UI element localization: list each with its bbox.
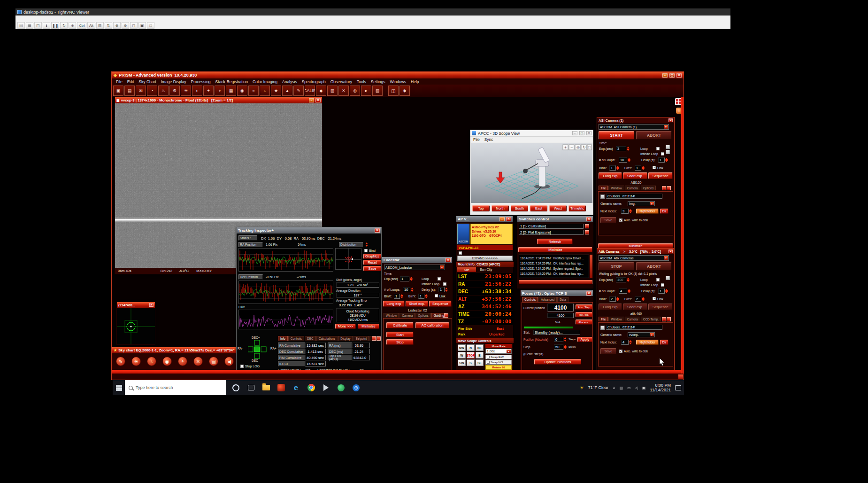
atik-tab[interactable]: Window: [608, 317, 624, 321]
green-app-icon[interactable]: [337, 383, 346, 392]
prism-menu-item[interactable]: Help: [408, 79, 421, 84]
image-window-titlebar[interactable]: ▦ vvcep-3 | 1374x1099 - Monochrome - Flo…: [115, 97, 322, 103]
prism-hscrollbar[interactable]: [112, 370, 681, 374]
focus-tab[interactable]: Controls: [522, 297, 538, 302]
stop-log-checkbox[interactable]: [240, 365, 244, 368]
lodestar-tab[interactable]: Options: [415, 313, 430, 318]
task-view-icon[interactable]: [246, 383, 255, 392]
prism-maximize-button[interactable]: ▢: [669, 73, 675, 78]
switch-name[interactable]: 2 [2- Flat Exposure]: [519, 230, 584, 235]
skychart-toolbar-icon[interactable]: ⌖: [178, 357, 187, 366]
lodestar-tab[interactable]: Camera: [399, 313, 415, 318]
prism-toolbar-icon[interactable]: ◎: [350, 86, 360, 96]
apcc-menu-item[interactable]: Sync: [484, 137, 493, 142]
lodestar-titlebar[interactable]: Lodestar ✕: [382, 257, 452, 263]
prism-toolbar-icon[interactable]: ⚙: [169, 86, 180, 96]
atik-generic-name-dropdown[interactable]: vvcep-: [628, 332, 655, 337]
apcc-3d-viewport[interactable]: +−◎↻□: [471, 143, 592, 203]
move-pad-button[interactable]: STOP: [467, 352, 475, 358]
prism-menu-item[interactable]: Windows: [388, 79, 408, 84]
atik-short-exp-button[interactable]: Short exp.: [623, 304, 647, 310]
tracking-tab[interactable]: Display: [338, 336, 353, 341]
vnc-toolbar-icon[interactable]: □: [147, 22, 154, 29]
asi-loops-spinner[interactable]: [628, 157, 631, 162]
action-center-icon[interactable]: [675, 385, 681, 390]
abs-step-button[interactable]: Abs. Step: [576, 304, 592, 310]
apcc-view-button[interactable]: North: [492, 205, 509, 211]
apcc-close-button[interactable]: ✕: [586, 131, 591, 135]
atik-biny-input[interactable]: 2: [635, 296, 641, 302]
abs-enc-button[interactable]: Abs enc.: [576, 319, 592, 325]
lodestar-link-checkbox[interactable]: [435, 294, 438, 297]
atik-infloop-checkbox[interactable]: [661, 283, 664, 287]
reset-button[interactable]: Reset: [363, 260, 381, 265]
lodestar-tab[interactable]: Window: [384, 313, 399, 318]
lodestar-exp-spinner[interactable]: [410, 276, 414, 281]
apcc-view-button[interactable]: East: [530, 205, 547, 211]
tray-lang-icon[interactable]: ▣: [642, 386, 646, 390]
asi-loop-checkbox[interactable]: [656, 147, 660, 150]
prism-toolbar-icon[interactable]: ▥: [327, 86, 338, 96]
asi-exp-spinner[interactable]: [627, 146, 630, 151]
move-rate-dropdown[interactable]: 1.00x: [485, 349, 512, 354]
tabs-left-arrow-icon[interactable]: [372, 336, 376, 341]
lodestar-delay-spinner[interactable]: [445, 287, 449, 292]
vnc-titlebar[interactable]: desktop-risdso2 - TightVNC Viewer: [15, 8, 730, 16]
prism-menu-item[interactable]: Analysis: [280, 79, 300, 84]
switch-toggle-button[interactable]: [585, 224, 589, 228]
vnc-toolbar-icon[interactable]: ⊕: [113, 22, 121, 29]
asi-close-button[interactable]: ✕: [668, 118, 673, 122]
vnc-toolbar-icon[interactable]: ◻: [130, 22, 138, 29]
prism-toolbar-icon[interactable]: ≈: [248, 86, 259, 96]
atik-autowrite-checkbox[interactable]: [619, 350, 622, 353]
asi-infloop-checkbox[interactable]: [661, 152, 664, 156]
rotate-90-button[interactable]: Rotate 90: [485, 365, 512, 370]
expand-button[interactable]: EXPAND >>>>>>>: [457, 256, 513, 261]
atik-exp-spinner[interactable]: [627, 277, 630, 282]
atik-abort-button[interactable]: ABORT: [636, 262, 672, 271]
atik-loops-input[interactable]: 4: [619, 288, 627, 294]
prism-toolbar-icon[interactable]: ▧: [372, 86, 383, 96]
asi-generic-name-dropdown[interactable]: Img-: [628, 201, 655, 206]
ap-minimize-button[interactable]: –: [499, 217, 505, 221]
tracking-tab[interactable]: Info: [278, 336, 288, 341]
atik-binx-input[interactable]: 2: [609, 296, 616, 302]
guide-start-button[interactable]: Start: [386, 332, 414, 337]
move-pad-button[interactable]: N: [467, 344, 475, 351]
prism-menu-item[interactable]: Spectrograph: [300, 79, 328, 84]
focus-tab[interactable]: Advanced: [538, 297, 557, 302]
bind-checkbox[interactable]: [364, 249, 368, 252]
asi-browse-button[interactable]: [600, 195, 605, 199]
atik-tab[interactable]: CCD Temp.: [641, 317, 661, 321]
atik-device-dropdown[interactable]: ASCOM_Atik Cameras: [599, 255, 669, 261]
prism-minimize-button[interactable]: –: [662, 73, 668, 78]
atik-stop-button[interactable]: STOP: [599, 262, 634, 271]
asi-autowrite-checkbox[interactable]: [619, 218, 622, 222]
tray-battery-icon[interactable]: ▭: [627, 386, 631, 390]
taskbar-search[interactable]: Type here to search: [125, 380, 226, 395]
asi-tab[interactable]: File: [599, 186, 608, 190]
skychart-toolbar-icon[interactable]: ◉: [162, 357, 172, 366]
calibrate-button[interactable]: Calibrate: [386, 322, 414, 328]
prism-toolbar-icon[interactable]: ♨: [158, 86, 169, 96]
apcc-menu-item[interactable]: File: [473, 137, 480, 142]
atik-biny-spinner[interactable]: [642, 296, 645, 301]
tracking-tab[interactable]: Calculations: [316, 336, 338, 341]
save-button[interactable]: Save: [363, 266, 381, 271]
lodestar-sequence-button[interactable]: Sequence: [429, 301, 452, 307]
move-pad-button[interactable]: SE: [476, 359, 484, 366]
log-scrollbar[interactable]: [590, 255, 592, 278]
prism-menu-item[interactable]: File: [114, 79, 125, 84]
asi-device-dropdown[interactable]: ASCOM_ASI Camera (1): [599, 124, 669, 130]
asi-night-folder-button[interactable]: Night folder: [636, 209, 659, 214]
apcc-view-button[interactable]: West: [549, 205, 567, 211]
vnc-toolbar-icon[interactable]: ▤: [17, 22, 25, 29]
tabs-right-arrow-icon[interactable]: [376, 336, 381, 341]
atik-tabs-arrow-icon[interactable]: [662, 317, 666, 321]
atik-loop-checkbox[interactable]: [656, 278, 660, 281]
lodestar-biny-spinner[interactable]: [425, 294, 429, 298]
prism-menu-item[interactable]: Tools: [354, 79, 369, 84]
lodestar-loops-input[interactable]: 10: [403, 287, 410, 292]
apply-button[interactable]: Apply: [577, 337, 592, 342]
prism-toolbar-icon[interactable]: ✉: [136, 86, 146, 96]
